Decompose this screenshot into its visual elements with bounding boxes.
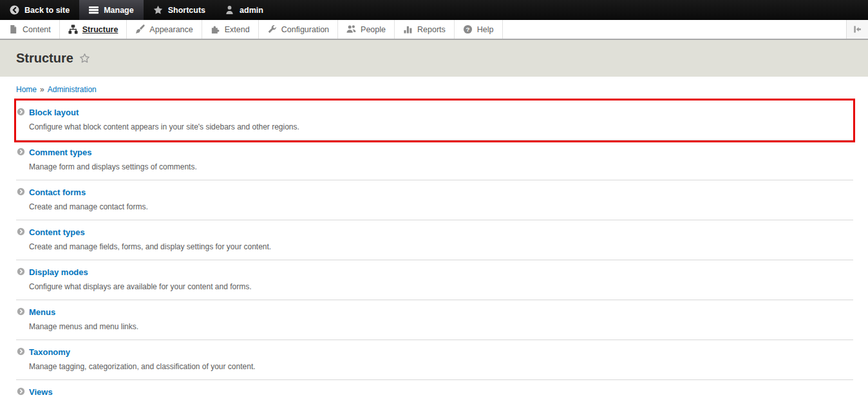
toolbar-tab-label: People xyxy=(361,25,386,34)
toolbar-tab-label: Appearance xyxy=(149,25,193,34)
sitemap-icon xyxy=(68,24,78,34)
back-circle-icon xyxy=(10,5,19,15)
toolbar-tab-extend[interactable]: Extend xyxy=(202,20,259,39)
back-to-site-button[interactable]: Back to site xyxy=(0,0,79,20)
contact-forms-link[interactable]: Contact forms xyxy=(29,187,86,197)
list-item-description: Configure what displays are available fo… xyxy=(29,282,853,291)
breadcrumb-administration-link[interactable]: Administration xyxy=(48,85,97,94)
file-icon xyxy=(8,24,18,34)
people-icon xyxy=(346,24,356,34)
shortcut-star-icon[interactable] xyxy=(79,53,90,64)
menus-link[interactable]: Menus xyxy=(29,307,55,317)
list-item-description: Configure what block content appears in … xyxy=(29,122,853,131)
manage-tab[interactable]: Manage xyxy=(79,0,144,20)
toolbar-orientation-icon xyxy=(853,24,862,34)
toolbar-tab-content[interactable]: Content xyxy=(0,20,60,39)
wrench-icon xyxy=(267,24,277,34)
toolbar-tab-label: Extend xyxy=(225,25,250,34)
chevron-circle-icon xyxy=(17,187,25,196)
breadcrumb: Home»Administration xyxy=(0,77,868,94)
toolbar-tab-label: Content xyxy=(23,25,51,34)
toolbar-tab-people[interactable]: People xyxy=(338,20,395,39)
help-icon: ? xyxy=(463,24,473,34)
chevron-circle-icon xyxy=(17,227,25,236)
breadcrumb-separator: » xyxy=(40,85,44,94)
toolbar-spacer xyxy=(503,20,847,39)
username-label: admin xyxy=(240,6,263,15)
block-layout-link[interactable]: Block layout xyxy=(29,108,79,117)
display-modes-link[interactable]: Display modes xyxy=(29,267,88,277)
bar-chart-icon xyxy=(403,24,413,34)
views-link[interactable]: Views xyxy=(29,387,53,397)
chevron-circle-icon xyxy=(17,267,25,276)
list-item-description: Create and manage contact forms. xyxy=(29,202,853,211)
toolbar-tab-label: Configuration xyxy=(281,25,329,34)
toolbar-tab-configuration[interactable]: Configuration xyxy=(259,20,338,39)
toolbar-tab-appearance[interactable]: Appearance xyxy=(127,20,202,39)
user-account-tab[interactable]: admin xyxy=(215,0,273,20)
page-header: Structure xyxy=(0,40,868,77)
svg-text:?: ? xyxy=(466,26,469,33)
chevron-circle-icon xyxy=(17,347,25,356)
admin-links-list: Block layoutConfigure what block content… xyxy=(16,100,853,402)
chevron-circle-icon xyxy=(17,148,25,156)
star-icon xyxy=(153,5,163,15)
page-title: Structure xyxy=(16,51,73,66)
list-item-description: Manage tagging, categorization, and clas… xyxy=(29,362,853,371)
chevron-circle-icon xyxy=(17,307,25,316)
back-to-site-label: Back to site xyxy=(24,6,70,15)
paintbrush-icon xyxy=(135,24,145,34)
chevron-circle-icon xyxy=(17,387,25,396)
list-item-menus: MenusManage menus and menu links. xyxy=(16,300,853,340)
toolbar-tab-label: Reports xyxy=(417,25,446,34)
list-item-description: Manage menus and menu links. xyxy=(29,322,853,331)
admin-toolbar: Back to site Manage Shortcuts admin xyxy=(0,0,868,20)
hamburger-icon xyxy=(89,5,99,15)
content-types-link[interactable]: Content types xyxy=(29,227,85,237)
toolbar-tab-help[interactable]: ?Help xyxy=(455,20,503,39)
list-item-description: Create and manage fields, forms, and dis… xyxy=(29,242,853,251)
list-item-taxonomy: TaxonomyManage tagging, categorization, … xyxy=(16,340,853,380)
toolbar-tab-label: Structure xyxy=(82,25,118,34)
shortcuts-label: Shortcuts xyxy=(168,6,205,15)
toolbar-tab-reports[interactable]: Reports xyxy=(395,20,455,39)
breadcrumb-home-link[interactable]: Home xyxy=(16,85,37,94)
toolbar-tab-label: Help xyxy=(477,25,494,34)
list-item-views: ViewsManage customized lists of content. xyxy=(16,380,853,402)
chevron-circle-icon xyxy=(17,108,25,116)
shortcuts-tab[interactable]: Shortcuts xyxy=(144,0,215,20)
admin-menu-tray: ContentStructureAppearanceExtendConfigur… xyxy=(0,20,868,40)
list-item-content-types: Content typesCreate and manage fields, f… xyxy=(16,220,853,260)
list-item-contact-forms: Contact formsCreate and manage contact f… xyxy=(16,180,853,220)
list-item-comment-types: Comment typesManage form and displays se… xyxy=(16,140,853,180)
puzzle-icon xyxy=(211,24,220,34)
toolbar-tab-structure[interactable]: Structure xyxy=(60,20,127,39)
user-icon xyxy=(225,5,234,15)
list-item-display-modes: Display modesConfigure what displays are… xyxy=(16,260,853,300)
list-item-block-layout: Block layoutConfigure what block content… xyxy=(16,100,853,140)
comment-types-link[interactable]: Comment types xyxy=(29,148,92,157)
toolbar-orientation-toggle[interactable] xyxy=(846,20,868,39)
taxonomy-link[interactable]: Taxonomy xyxy=(29,347,70,357)
list-item-description: Manage form and displays settings of com… xyxy=(29,162,853,171)
manage-label: Manage xyxy=(104,6,134,15)
